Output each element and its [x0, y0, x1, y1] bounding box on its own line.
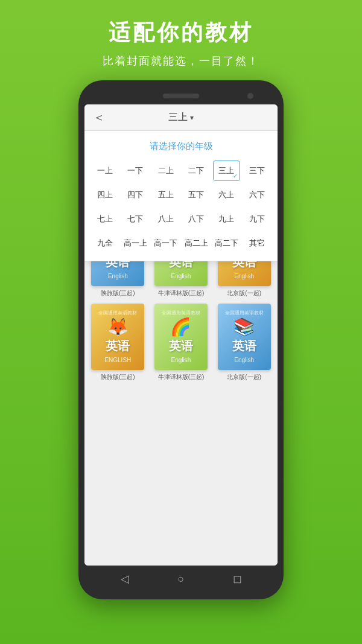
grade-item[interactable]: 高二下 [213, 233, 240, 253]
nav-recents-button[interactable]: ◻ [228, 572, 246, 585]
book-item[interactable]: 全国通用英语教材🌈英语English牛津译林版(三起) [153, 304, 210, 381]
book-label: 牛津译林版(三起) [158, 373, 205, 381]
grade-item[interactable]: 七上 [92, 209, 118, 229]
grade-item[interactable]: 三上 [213, 161, 240, 181]
grade-item[interactable]: 其它 [244, 233, 270, 253]
top-subtitle: 比着封面就能选，一目了然！ [103, 54, 259, 68]
grade-item[interactable]: 五上 [153, 185, 179, 205]
dropdown-arrow: ▾ [190, 113, 194, 122]
book-cover-subtitle: ENGLISH [104, 357, 131, 363]
phone-mockup: ＜ 三上 ▾ 请选择你的年级 一上一下二上二下三上三下四上四下五上五下六上六下七… [78, 80, 284, 599]
grade-item[interactable]: 七下 [122, 209, 148, 229]
grade-grid: 一上一下二上二下三上三下四上四下五上五下六上六下七上七下八上八下九上九下九全高一… [92, 161, 270, 253]
header-title: 三上 ▾ [168, 111, 194, 124]
book-label: 北京版(一起) [227, 289, 261, 298]
phone-speaker [163, 94, 199, 98]
book-cover-title: 英语 [169, 338, 193, 354]
book-cover-subtitle: English [171, 357, 191, 363]
book-cover-character: 🦊 [107, 319, 129, 336]
grade-item[interactable]: 九上 [213, 209, 240, 229]
grade-item[interactable]: 高一上 [122, 233, 148, 253]
book-label: 北京版(一起) [227, 373, 261, 381]
grade-item[interactable]: 八下 [183, 209, 209, 229]
grade-item[interactable]: 高二上 [183, 233, 209, 253]
grade-item[interactable]: 二上 [153, 161, 179, 181]
grade-item[interactable]: 二下 [183, 161, 209, 181]
phone-bottom-bar: ◁ ○ ◻ [84, 566, 278, 592]
grade-item[interactable]: 三下 [244, 161, 270, 181]
book-label: 牛津译林版(三起) [158, 289, 205, 298]
grade-picker-title: 请选择你的年级 [92, 141, 270, 152]
phone-top-bar [84, 88, 278, 104]
book-cover-logo: 全国通用英语教材 [162, 310, 200, 316]
book-cover-title: 英语 [232, 338, 256, 354]
grade-item[interactable]: 九全 [92, 233, 118, 253]
grade-item[interactable]: 一下 [122, 161, 148, 181]
book-item[interactable]: 全国通用英语教材🦊英语ENGLISH陕旅版(三起) [89, 304, 147, 381]
book-cover-logo: 全国通用英语教材 [225, 310, 264, 316]
book-cover-subtitle: English [171, 273, 191, 279]
grade-item[interactable]: 五下 [183, 185, 209, 205]
top-title: 适配你的教材 [103, 18, 259, 48]
grade-picker-overlay: 请选择你的年级 一上一下二上二下三上三下四上四下五上五下六上六下七上七下八上八下… [84, 131, 278, 261]
book-cover-logo: 全国通用英语教材 [98, 310, 137, 316]
book-cover-subtitle: English [108, 273, 128, 279]
book-cover-character: 📚 [233, 319, 255, 336]
phone-screen: ＜ 三上 ▾ 请选择你的年级 一上一下二上二下三上三下四上四下五上五下六上六下七… [84, 104, 278, 566]
app-header: ＜ 三上 ▾ [84, 104, 278, 131]
nav-back-button[interactable]: ◁ [116, 572, 134, 585]
grade-item[interactable]: 四上 [92, 185, 118, 205]
book-cover-subtitle: English [234, 357, 254, 363]
app-top-section: 适配你的教材 比着封面就能选，一目了然！ [103, 18, 259, 68]
grade-item[interactable]: 八上 [153, 209, 179, 229]
grade-display: 三上 [168, 111, 188, 124]
book-item[interactable]: 全国通用英语教材📚英语English北京版(一起) [215, 304, 273, 381]
grade-item[interactable]: 六下 [244, 185, 270, 205]
back-button[interactable]: ＜ [93, 109, 105, 126]
book-label: 陕旅版(三起) [101, 373, 135, 381]
book-cover-title: 英语 [106, 338, 130, 354]
grade-item[interactable]: 高一下 [153, 233, 179, 253]
book-cover-subtitle: English [234, 273, 254, 279]
book-label: 陕旅版(三起) [101, 289, 135, 298]
grade-item[interactable]: 九下 [244, 209, 270, 229]
grade-item[interactable]: 一上 [92, 161, 118, 181]
grade-item[interactable]: 六上 [213, 185, 240, 205]
nav-home-button[interactable]: ○ [172, 572, 190, 585]
phone-camera [247, 93, 253, 99]
book-cover-character: 🌈 [170, 319, 191, 336]
grade-item[interactable]: 四下 [122, 185, 148, 205]
